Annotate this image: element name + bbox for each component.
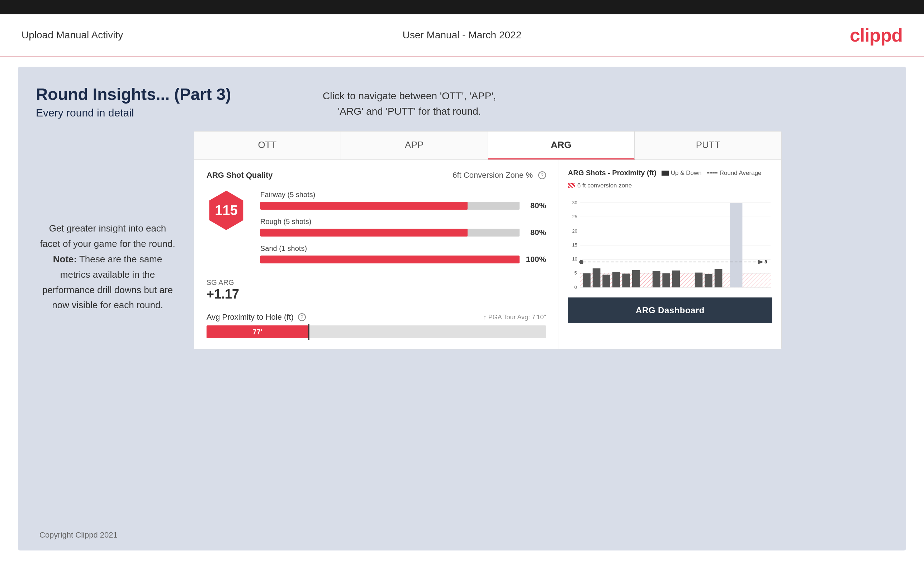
legend-hatched-conversion: [568, 183, 575, 188]
chart-svg: 0 5 10 15 20 25 30: [568, 193, 772, 294]
hex-bars-container: 115 Fairway (5 shots) 80%: [207, 191, 546, 271]
svg-rect-26: [704, 274, 712, 287]
svg-rect-17: [593, 268, 601, 287]
svg-text:5: 5: [574, 270, 577, 276]
bar-outer-rough: [260, 229, 520, 237]
arg-dashboard-button[interactable]: ARG Dashboard: [568, 297, 772, 323]
bar-outer-sand: [260, 256, 520, 263]
bar-label-sand: Sand (1 shots): [260, 244, 546, 253]
shot-quality-label: ARG Shot Quality: [207, 171, 273, 180]
bar-track-fairway: 80%: [260, 201, 546, 210]
svg-rect-24: [672, 271, 680, 287]
hex-number: 115: [215, 203, 237, 218]
dashboard-card: OTT APP ARG PUTT ARG Shot Quality 6ft Co…: [194, 131, 782, 350]
bar-row-fairway: Fairway (5 shots) 80%: [260, 191, 546, 210]
legend-up-down: Up & Down: [662, 169, 702, 177]
svg-rect-25: [695, 273, 703, 287]
proximity-value: 77': [253, 328, 262, 336]
proximity-header: Avg Proximity to Hole (ft) ? ↑ PGA Tour …: [207, 313, 546, 322]
bar-pct-sand: 100%: [525, 255, 546, 264]
svg-rect-22: [653, 271, 661, 287]
sg-label: SG ARG: [207, 279, 546, 287]
bar-row-rough: Rough (5 shots) 80%: [260, 218, 546, 237]
right-panel: ARG Shots - Proximity (ft) Up & Down Rou…: [559, 160, 781, 349]
tab-app[interactable]: APP: [341, 132, 488, 160]
legend-box-up-down: [662, 171, 669, 176]
bar-label-rough: Rough (5 shots): [260, 218, 546, 226]
proximity-bar: 77': [207, 326, 546, 338]
bars-section: Fairway (5 shots) 80% Rough (5 shots): [260, 191, 546, 271]
bar-track-sand: 100%: [260, 255, 546, 264]
nav-hint: Click to navigate between 'OTT', 'APP', …: [323, 88, 496, 119]
legend-label-conversion: 6 ft conversion zone: [577, 182, 632, 189]
proximity-section: Avg Proximity to Hole (ft) ? ↑ PGA Tour …: [207, 313, 546, 338]
svg-rect-16: [583, 274, 591, 287]
copyright: Copyright Clippd 2021: [39, 530, 118, 540]
bar-track-rough: 80%: [260, 228, 546, 237]
svg-text:10: 10: [572, 256, 577, 262]
bar-label-fairway: Fairway (5 shots): [260, 191, 546, 199]
svg-rect-27: [715, 269, 722, 287]
proximity-fill: 77': [207, 326, 309, 338]
help-icon[interactable]: ?: [538, 171, 546, 179]
proximity-cursor: [309, 324, 309, 340]
legend-conversion-zone: 6 ft conversion zone: [568, 182, 632, 189]
main-content: Round Insights... (Part 3) Every round i…: [18, 67, 906, 551]
legend-dashed-round-avg: [707, 172, 717, 174]
svg-point-29: [579, 260, 583, 264]
upload-manual-activity-link[interactable]: Upload Manual Activity: [21, 29, 123, 41]
tab-ott[interactable]: OTT: [194, 132, 341, 160]
left-description: Get greater insight into each facet of y…: [39, 221, 176, 313]
legend-label-round-avg: Round Average: [720, 169, 762, 177]
left-panel: ARG Shot Quality 6ft Conversion Zone % ?…: [194, 160, 559, 349]
bar-pct-fairway: 80%: [525, 201, 546, 210]
bar-pct-rough: 80%: [525, 228, 546, 237]
svg-rect-19: [612, 272, 620, 287]
svg-rect-28: [730, 203, 742, 287]
bar-row-sand: Sand (1 shots) 100%: [260, 244, 546, 264]
left-panel-header: ARG Shot Quality 6ft Conversion Zone % ?: [207, 171, 546, 180]
legend-label-up-down: Up & Down: [671, 169, 702, 177]
sg-value: +1.17: [207, 287, 546, 302]
tab-arg[interactable]: ARG: [488, 132, 635, 160]
sg-section: SG ARG +1.17: [207, 279, 546, 302]
bar-inner-sand: [260, 256, 520, 263]
header-center-text: User Manual - March 2022: [403, 29, 521, 41]
svg-text:20: 20: [572, 228, 577, 234]
chart-title: ARG Shots - Proximity (ft): [568, 169, 656, 177]
svg-rect-18: [603, 274, 610, 287]
svg-text:15: 15: [572, 242, 577, 248]
svg-text:30: 30: [572, 200, 577, 205]
proximity-title: Avg Proximity to Hole (ft): [207, 313, 294, 322]
bar-outer-fairway: [260, 202, 520, 210]
svg-text:25: 25: [572, 214, 577, 219]
top-bar: [0, 0, 924, 15]
chart-header: ARG Shots - Proximity (ft) Up & Down Rou…: [568, 169, 772, 189]
svg-rect-21: [632, 270, 640, 287]
chart-area: 0 5 10 15 20 25 30: [568, 193, 772, 294]
bar-inner-rough: [260, 229, 468, 237]
bar-inner-fairway: [260, 202, 468, 210]
svg-marker-31: [758, 260, 764, 264]
tabs-row: OTT APP ARG PUTT: [194, 132, 781, 160]
svg-rect-20: [622, 274, 630, 287]
hexagon-badge: 115: [207, 191, 246, 230]
clippd-logo: clippd: [850, 24, 903, 46]
hexagon: 115: [207, 191, 246, 230]
content-area: ARG Shot Quality 6ft Conversion Zone % ?…: [194, 160, 781, 349]
header: Upload Manual Activity User Manual - Mar…: [0, 15, 924, 56]
proximity-tour-avg: ↑ PGA Tour Avg: 7'10": [483, 314, 546, 321]
legend-round-avg: Round Average: [707, 169, 762, 177]
proximity-help-icon[interactable]: ?: [298, 313, 306, 321]
tab-putt[interactable]: PUTT: [635, 132, 781, 160]
svg-text:8: 8: [764, 259, 767, 264]
svg-text:0: 0: [574, 285, 577, 290]
conversion-zone-label: 6ft Conversion Zone %: [452, 171, 533, 180]
svg-rect-23: [662, 274, 670, 287]
